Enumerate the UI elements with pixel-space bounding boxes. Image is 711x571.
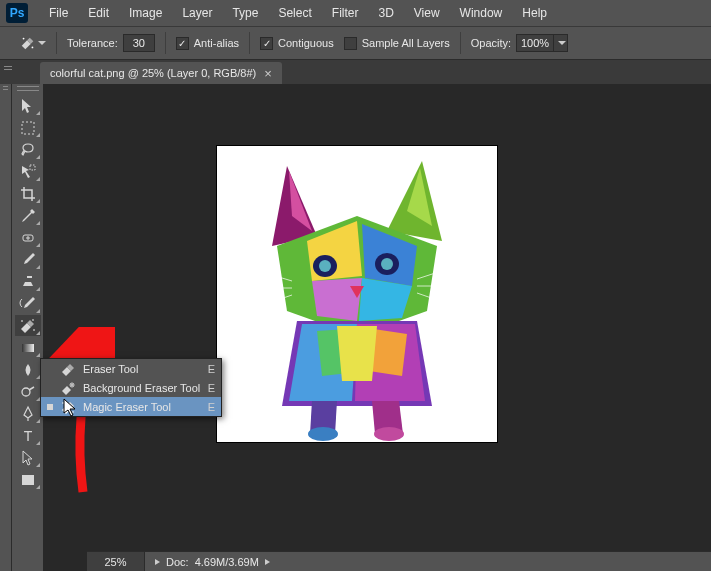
svg-point-22 xyxy=(319,260,331,272)
eraser-tool-flyout: Eraser Tool E Background Eraser Tool E M… xyxy=(40,358,222,417)
anti-alias-label: Anti-alias xyxy=(194,37,239,49)
menu-window[interactable]: Window xyxy=(451,3,512,23)
flyout-label: Background Eraser Tool xyxy=(83,382,201,394)
svg-rect-2 xyxy=(22,122,34,134)
tool-preset-picker[interactable] xyxy=(20,32,46,54)
current-indicator xyxy=(47,385,53,391)
bg-eraser-icon xyxy=(60,381,76,395)
svg-point-44 xyxy=(72,411,74,413)
tab-grip-icon xyxy=(4,66,12,70)
left-gutter xyxy=(0,84,12,571)
menu-layer[interactable]: Layer xyxy=(173,3,221,23)
tools-panel: T xyxy=(12,84,43,571)
type-tool[interactable]: T xyxy=(15,425,41,446)
svg-point-43 xyxy=(62,402,64,404)
menu-3d[interactable]: 3D xyxy=(369,3,402,23)
contiguous-checkbox[interactable]: ✓ xyxy=(260,37,273,50)
status-doc-size[interactable]: Doc: 4.69M/3.69M xyxy=(145,556,280,568)
blur-tool[interactable] xyxy=(15,359,41,380)
svg-rect-8 xyxy=(22,344,34,352)
menubar: Ps File Edit Image Layer Type Select Fil… xyxy=(0,0,711,26)
document-tab-title: colorful cat.png @ 25% (Layer 0, RGB/8#) xyxy=(50,67,256,79)
svg-line-28 xyxy=(245,295,292,311)
opacity-field[interactable]: 100% xyxy=(516,34,554,52)
zoom-field[interactable]: 25% xyxy=(87,552,145,572)
brush-tool[interactable] xyxy=(15,249,41,270)
menu-filter[interactable]: Filter xyxy=(323,3,368,23)
document-image xyxy=(217,146,497,442)
marquee-tool[interactable] xyxy=(15,117,41,138)
menu-select[interactable]: Select xyxy=(269,3,320,23)
gradient-tool[interactable] xyxy=(15,337,41,358)
flyout-label: Magic Eraser Tool xyxy=(83,401,201,413)
menu-image[interactable]: Image xyxy=(120,3,171,23)
sample-all-checkbox[interactable] xyxy=(344,37,357,50)
tolerance-group: Tolerance: 30 xyxy=(67,34,155,52)
flyout-shortcut: E xyxy=(208,382,215,394)
work-area: T xyxy=(0,84,711,571)
pen-tool[interactable] xyxy=(15,403,41,424)
rectangle-tool[interactable] xyxy=(15,469,41,490)
svg-rect-11 xyxy=(22,475,34,485)
opacity-dropdown[interactable] xyxy=(554,34,568,52)
disclosure-triangle-icon xyxy=(265,559,270,565)
svg-text:T: T xyxy=(23,428,32,444)
svg-point-6 xyxy=(33,329,35,331)
canvas-area[interactable]: 25% Doc: 4.69M/3.69M xyxy=(43,84,711,571)
eraser-tool[interactable] xyxy=(15,315,41,336)
crop-tool[interactable] xyxy=(15,183,41,204)
opacity-group: Opacity: 100% xyxy=(471,34,568,52)
menu-type[interactable]: Type xyxy=(223,3,267,23)
flyout-item-eraser[interactable]: Eraser Tool E xyxy=(41,359,221,378)
panel-grip-icon[interactable] xyxy=(17,86,39,91)
doc-label: Doc: xyxy=(166,556,189,568)
anti-alias-group[interactable]: ✓ Anti-alias xyxy=(176,37,239,50)
svg-marker-19 xyxy=(312,278,362,321)
sample-all-label: Sample All Layers xyxy=(362,37,450,49)
app-logo: Ps xyxy=(6,3,28,23)
history-brush-tool[interactable] xyxy=(15,293,41,314)
doc-value: 4.69M/3.69M xyxy=(195,556,259,568)
dodge-tool[interactable] xyxy=(15,381,41,402)
document-tab[interactable]: colorful cat.png @ 25% (Layer 0, RGB/8#)… xyxy=(40,62,282,84)
svg-point-39 xyxy=(308,427,338,441)
menu-file[interactable]: File xyxy=(40,3,77,23)
eraser-icon xyxy=(60,362,76,376)
anti-alias-checkbox[interactable]: ✓ xyxy=(176,37,189,50)
move-tool[interactable] xyxy=(15,95,41,116)
document-tab-bar: colorful cat.png @ 25% (Layer 0, RGB/8#)… xyxy=(0,60,711,84)
svg-point-0 xyxy=(23,38,25,40)
svg-rect-3 xyxy=(30,165,35,170)
svg-point-1 xyxy=(32,47,34,49)
menu-edit[interactable]: Edit xyxy=(79,3,118,23)
flyout-item-magic-eraser[interactable]: Magic Eraser Tool E xyxy=(41,397,221,416)
eyedropper-tool[interactable] xyxy=(15,205,41,226)
clone-stamp-tool[interactable] xyxy=(15,271,41,292)
contiguous-group[interactable]: ✓ Contiguous xyxy=(260,37,334,50)
opacity-label: Opacity: xyxy=(471,37,511,49)
quick-select-tool[interactable] xyxy=(15,161,41,182)
flyout-item-bg-eraser[interactable]: Background Eraser Tool E xyxy=(41,378,221,397)
svg-point-5 xyxy=(21,320,23,322)
contiguous-label: Contiguous xyxy=(278,37,334,49)
svg-point-7 xyxy=(32,319,34,321)
document-canvas[interactable] xyxy=(217,146,497,442)
tolerance-field[interactable]: 30 xyxy=(123,34,155,52)
flyout-shortcut: E xyxy=(208,401,215,413)
tolerance-label: Tolerance: xyxy=(67,37,118,49)
current-indicator xyxy=(47,404,53,410)
menu-help[interactable]: Help xyxy=(513,3,556,23)
disclosure-triangle-icon xyxy=(155,559,160,565)
healing-brush-tool[interactable] xyxy=(15,227,41,248)
svg-point-9 xyxy=(22,388,30,396)
svg-point-40 xyxy=(374,427,404,441)
options-bar: Tolerance: 30 ✓ Anti-alias ✓ Contiguous … xyxy=(0,26,711,60)
menu-view[interactable]: View xyxy=(405,3,449,23)
close-icon[interactable]: × xyxy=(264,66,272,81)
sample-all-group[interactable]: Sample All Layers xyxy=(344,37,450,50)
status-bar: 25% Doc: 4.69M/3.69M xyxy=(87,551,711,571)
svg-marker-41 xyxy=(337,326,377,381)
flyout-label: Eraser Tool xyxy=(83,363,201,375)
path-select-tool[interactable] xyxy=(15,447,41,468)
lasso-tool[interactable] xyxy=(15,139,41,160)
